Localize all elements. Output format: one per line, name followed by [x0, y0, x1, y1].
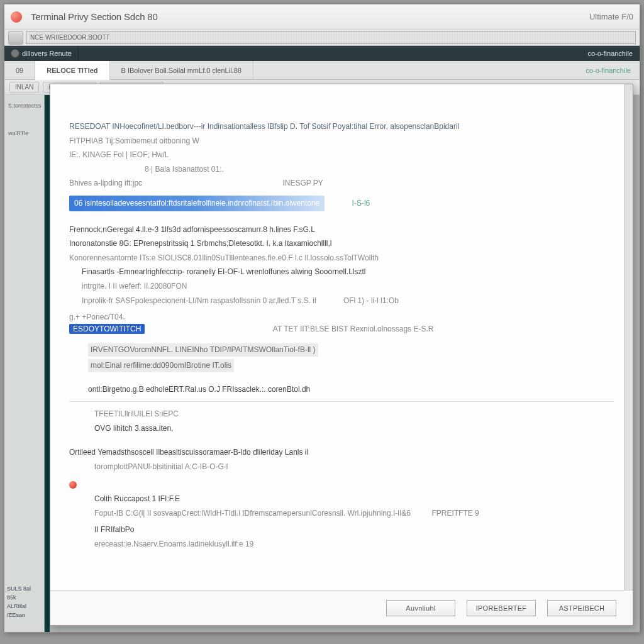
log-line: intrgite. I II weferf: II.20080FON	[69, 280, 614, 292]
log-line: Colth Ruccapost 1 IFI:F.E	[69, 493, 614, 505]
dialog: RESEDOAT INHoecofinet/LI.bedborv---ir In…	[50, 84, 633, 626]
sidebar: S.toreatectss walRTle SULS 8al 85k ALRIl…	[4, 95, 45, 632]
field-value[interactable]: IRVENTGOVorcmNNFL. LINEINho TDIP/IPAITMS…	[88, 343, 318, 357]
disk-icon	[11, 49, 19, 58]
sidebar-lower-3[interactable]: IEEsan	[7, 611, 31, 619]
field-row: IRVENTGOVorcmNNFL. LINEINho TDIP/IPAITMS…	[69, 343, 614, 357]
info-line: RESEDOAT INHoecofinet/LI.bedborv---ir In…	[69, 121, 614, 133]
tab-1[interactable]: RELOCE TITled	[35, 61, 109, 80]
app-window: Terminal Privy Section Sdch 80 Ultimate …	[4, 4, 640, 633]
field-value[interactable]: mol:Einal rerfilime:dd090omIBrotine IT.o…	[88, 359, 234, 372]
log-line: Finasartls -Emnearlrighfeccrip- roranell…	[69, 266, 614, 278]
window-title-right: Ultimate F/0	[589, 12, 633, 21]
field-row: mol:Einal rerfilime:dd090omIBrotine IT.o…	[69, 359, 614, 372]
sidebar-lower-1[interactable]: 85k	[7, 593, 31, 602]
sidebar-lower: SULS 8al 85k ALRIllal IEEsan	[7, 584, 31, 619]
footer-button-2[interactable]: IPOREBERTEF	[467, 600, 536, 616]
address-input[interactable]: NCE WRIIEBDOOR.BOOTT	[26, 31, 636, 44]
sidebar-lower-0[interactable]: SULS 8al	[7, 584, 31, 593]
body-area: S.toreatectss walRTle SULS 8al 85k ALRIl…	[4, 95, 640, 632]
sidebar-item-1[interactable]: walRTle	[4, 129, 44, 138]
tabs-row: 09 RELOCE TITled B IBolover Boll.Soilal …	[4, 61, 640, 80]
log-line: Foput-IB C:G(l| II sosvaapCrect:lWldH-Tl…	[69, 508, 614, 519]
titlebar: Terminal Privy Section Sdch 80 Ultimate …	[4, 4, 640, 30]
scrollbar[interactable]	[624, 84, 633, 590]
context-chip-label: dillovers Renute	[22, 46, 72, 61]
log-line: Konorennesantornte ITs:e SIOLISC8.01llin…	[69, 252, 614, 264]
close-icon[interactable]	[11, 11, 22, 23]
log-line: ontl:Birgetno.g.B edholeERT.Ral.us O.J F…	[69, 384, 614, 396]
selected-row-tag: I-S-l6	[352, 199, 370, 208]
info-line: Bhives a-lipding ift:jpc INESGP PY	[69, 177, 614, 189]
footer-button-3[interactable]: ASTPEIBECH	[547, 600, 616, 616]
log-line: TFEETILllrilUILEl S:iEPC	[69, 408, 614, 420]
log-line: toromplottPANUl-blsitinitial A:C-IB-O-G-…	[69, 461, 614, 473]
context-chip-right[interactable]: co-o-financhile	[581, 46, 640, 61]
token-row: g.+ +Ponec/T04. ESDOYTOWITITCH AT TET II…	[69, 311, 614, 335]
context-bar: dillovers Renute co-o-financhile	[4, 46, 640, 61]
log-line: ereceast:ie.Nsaerv.Enoams.ladineklusyll.…	[69, 538, 614, 550]
dialog-footer: Auvnliuhl IPOREBERTEF ASTPEIBECH	[50, 590, 633, 625]
error-line	[69, 479, 614, 491]
token-selected[interactable]: ESDOYTOWITITCH	[69, 324, 145, 334]
log-line: II FRIfalbPo	[69, 524, 614, 536]
selected-row[interactable]: 06 isintesolladevesesntatfol:ftdsritalef…	[69, 192, 614, 215]
nav-back-icon[interactable]	[8, 31, 23, 45]
dialog-content: RESEDOAT INHoecofinet/LI.bedborv---ir In…	[50, 84, 633, 590]
selected-row-text: 06 isintesolladevesesntatfol:ftdsritalef…	[69, 196, 325, 211]
tab-2[interactable]: B IBolover Boll.Soilal mmLf.0 clenLil.88	[110, 61, 253, 80]
tab-0[interactable]: 09	[4, 61, 35, 80]
log-line: Frennock.nGeregal 4.ll.e-3 1lfs3d adforn…	[69, 224, 614, 236]
log-line: Inoronatonstie 8G: EPrenepstritssiq 1 Sr…	[69, 238, 614, 250]
error-icon	[69, 481, 77, 489]
divider	[69, 401, 614, 402]
address-bar: NCE WRIIEBDOOR.BOOTT	[4, 30, 640, 46]
info-line: FITPHIAB Tij:Somibemeut oitboning W	[69, 135, 614, 147]
info-line: 8 | Bala Isbanattost 01:.	[69, 164, 614, 175]
log-line: OVG lihitch 3.assa.iten,	[69, 423, 614, 435]
sidebar-lower-2[interactable]: ALRIllal	[7, 602, 31, 611]
log-line: Inprolik-fr SASFpolespecionent-LI/Nm ras…	[69, 295, 614, 307]
window-title: Terminal Privy Section Sdch 80	[31, 11, 158, 22]
main-area: RESEDOAT INHoecofinet/LI.bedborv---ir In…	[50, 95, 640, 632]
section-heading: Ortileed Yemadsthsoscell Ilbeasitiscuiss…	[69, 447, 614, 458]
toolbar-btn-0[interactable]: INLAN	[9, 82, 39, 92]
tabs-right-info: co-o-financhile	[577, 67, 640, 74]
context-chip-main[interactable]: dillovers Renute	[4, 46, 79, 61]
sidebar-item-0[interactable]: S.toreatectss	[4, 101, 44, 110]
sidebar-accent	[45, 95, 50, 632]
footer-button-1[interactable]: Auvnliuhl	[386, 600, 455, 616]
info-line: IE:. KINAGE Fol | IEOF; Hw/L	[69, 149, 614, 161]
